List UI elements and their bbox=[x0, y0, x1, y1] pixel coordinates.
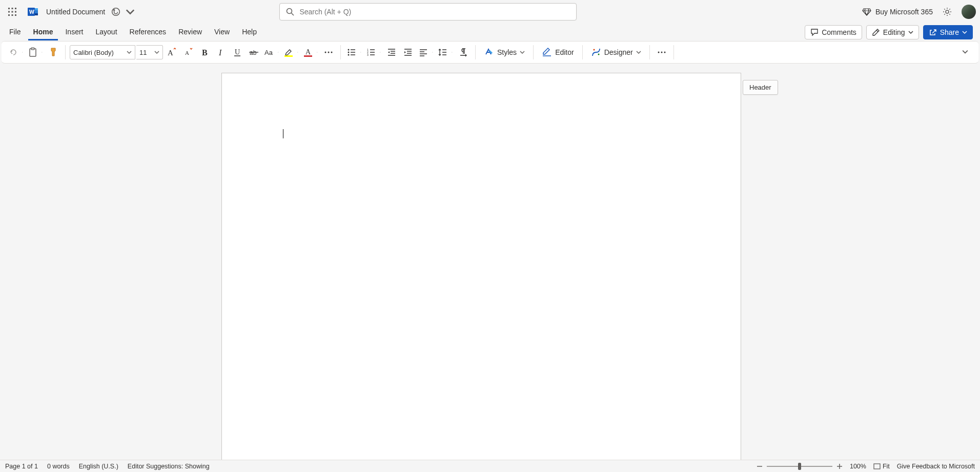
chevron-down-icon bbox=[962, 30, 967, 35]
font-name-value: Calibri (Body) bbox=[73, 49, 114, 56]
svg-text:A: A bbox=[305, 48, 311, 56]
search-input[interactable] bbox=[299, 8, 570, 16]
chevron-down-icon bbox=[962, 49, 968, 55]
zoom-level[interactable]: 100% bbox=[850, 463, 866, 470]
ellipsis-icon bbox=[324, 48, 333, 57]
zoom-thumb[interactable] bbox=[798, 463, 801, 470]
svg-rect-12 bbox=[35, 13, 38, 15]
format-painter-button[interactable] bbox=[46, 45, 61, 60]
tab-help[interactable]: Help bbox=[237, 25, 262, 40]
increase-indent-button[interactable] bbox=[400, 45, 416, 60]
bullets-button[interactable] bbox=[345, 45, 363, 60]
top-right-controls: Buy Microsoft 365 bbox=[862, 5, 976, 19]
line-spacing-button[interactable] bbox=[436, 45, 455, 60]
strikethrough-button[interactable]: ab bbox=[246, 45, 261, 60]
title-bar: Untitled Document Buy Microsoft 365 bbox=[0, 0, 980, 24]
document-title[interactable]: Untitled Document bbox=[46, 8, 105, 16]
svg-point-32 bbox=[328, 52, 330, 53]
underline-icon: U bbox=[233, 48, 242, 57]
editor-button[interactable]: Editor bbox=[538, 45, 578, 60]
designer-button[interactable]: Designer bbox=[587, 45, 645, 60]
gear-icon bbox=[942, 7, 952, 17]
svg-rect-18 bbox=[31, 48, 34, 50]
separator bbox=[649, 45, 650, 59]
decrease-indent-button[interactable] bbox=[384, 45, 399, 60]
search-box[interactable] bbox=[279, 3, 577, 20]
editing-mode-button[interactable]: Editing bbox=[866, 25, 919, 39]
styles-group: Styles bbox=[478, 45, 531, 60]
font-size-selector[interactable]: 11 bbox=[136, 45, 163, 59]
word-count[interactable]: 0 words bbox=[47, 463, 70, 470]
tab-references[interactable]: References bbox=[125, 25, 172, 40]
svg-text:ab: ab bbox=[250, 49, 257, 56]
change-case-icon: Aa bbox=[264, 47, 274, 57]
font-name-selector[interactable]: Calibri (Body) bbox=[70, 45, 135, 59]
undo-button[interactable] bbox=[7, 45, 25, 60]
highlight-icon bbox=[283, 47, 294, 57]
styles-button[interactable]: Styles bbox=[480, 45, 529, 60]
svg-point-62 bbox=[593, 49, 595, 51]
header-region-label[interactable]: Header bbox=[743, 80, 778, 95]
bold-button[interactable]: B bbox=[197, 45, 212, 60]
numbering-button[interactable]: 123 bbox=[364, 45, 383, 60]
svg-rect-11 bbox=[35, 10, 38, 13]
paste-button[interactable] bbox=[26, 45, 45, 60]
editing-label: Editing bbox=[883, 28, 905, 36]
tab-file[interactable]: File bbox=[4, 25, 26, 40]
comments-button[interactable]: Comments bbox=[805, 25, 862, 39]
line-spacing-icon bbox=[438, 48, 447, 57]
overflow-group bbox=[652, 45, 671, 60]
language-status[interactable]: English (U.S.) bbox=[79, 463, 118, 470]
grow-font-button[interactable]: A bbox=[164, 45, 179, 60]
tab-insert[interactable]: Insert bbox=[60, 25, 88, 40]
zoom-slider[interactable] bbox=[757, 463, 843, 469]
buy-label: Buy Microsoft 365 bbox=[875, 8, 933, 16]
chevron-down-icon bbox=[636, 50, 641, 55]
editor-suggestions-status[interactable]: Editor Suggestions: Showing bbox=[128, 463, 210, 470]
title-dropdown-button[interactable] bbox=[126, 7, 135, 16]
svg-rect-1 bbox=[12, 8, 13, 9]
change-case-button[interactable]: Aa bbox=[262, 45, 281, 60]
zoom-out-icon[interactable] bbox=[757, 463, 763, 469]
text-direction-button[interactable] bbox=[456, 45, 471, 60]
share-button[interactable]: Share bbox=[923, 25, 973, 39]
settings-button[interactable] bbox=[942, 7, 952, 17]
italic-button[interactable]: I bbox=[213, 45, 229, 60]
feedback-link[interactable]: Give Feedback to Microsoft bbox=[897, 463, 975, 470]
zoom-track[interactable] bbox=[767, 466, 832, 467]
tab-view[interactable]: View bbox=[209, 25, 235, 40]
paragraph-group: 123 bbox=[343, 45, 473, 60]
italic-icon: I bbox=[216, 48, 226, 57]
page-count[interactable]: Page 1 of 1 bbox=[5, 463, 38, 470]
chevron-down-icon bbox=[295, 50, 300, 55]
shrink-font-button[interactable]: A bbox=[180, 45, 196, 60]
svg-point-65 bbox=[661, 52, 662, 53]
document-canvas[interactable]: Header bbox=[0, 64, 980, 460]
align-button[interactable] bbox=[417, 45, 435, 60]
zoom-in-icon[interactable] bbox=[836, 463, 843, 469]
strikethrough-icon: ab bbox=[249, 47, 259, 57]
highlight-color-button[interactable] bbox=[282, 45, 300, 60]
more-commands-button[interactable] bbox=[654, 45, 669, 60]
svg-point-36 bbox=[348, 52, 350, 53]
font-color-button[interactable]: A bbox=[301, 45, 320, 60]
save-status-icon[interactable] bbox=[111, 7, 120, 16]
tab-home[interactable]: Home bbox=[28, 25, 58, 40]
separator bbox=[673, 45, 674, 59]
tab-review[interactable]: Review bbox=[173, 25, 207, 40]
svg-rect-8 bbox=[15, 14, 16, 16]
ribbon-expand-button[interactable] bbox=[958, 46, 975, 59]
page-1[interactable] bbox=[221, 73, 741, 460]
tab-layout[interactable]: Layout bbox=[90, 25, 122, 40]
app-launcher-button[interactable] bbox=[4, 4, 21, 20]
shrink-font-icon: A bbox=[183, 47, 193, 57]
buy-microsoft-365-button[interactable]: Buy Microsoft 365 bbox=[862, 7, 933, 16]
bold-icon: B bbox=[200, 48, 209, 57]
comments-label: Comments bbox=[822, 28, 856, 36]
underline-button[interactable]: U bbox=[230, 45, 245, 60]
more-font-options-button[interactable] bbox=[321, 45, 336, 60]
user-avatar[interactable] bbox=[962, 5, 976, 19]
fit-button[interactable]: Fit bbox=[873, 463, 890, 470]
bullets-icon bbox=[347, 48, 356, 57]
ellipsis-icon bbox=[657, 48, 666, 57]
